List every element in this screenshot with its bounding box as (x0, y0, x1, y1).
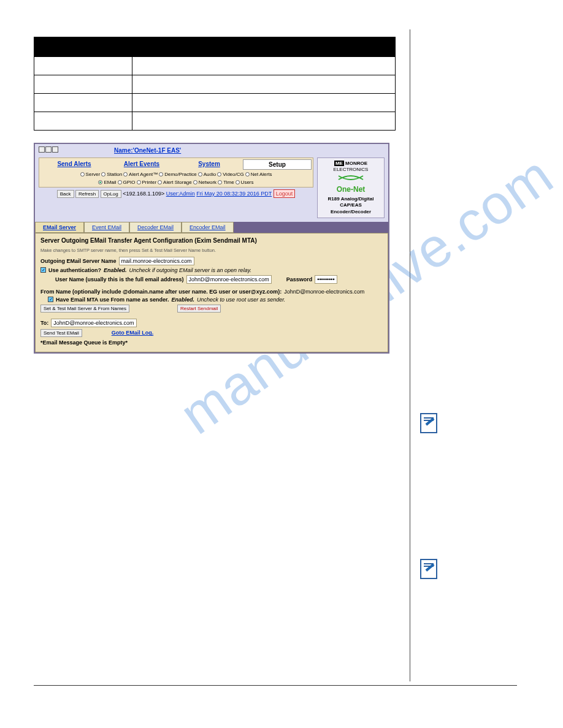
radio-label: GPIO (123, 180, 136, 185)
table-row (34, 94, 396, 112)
brand-text: MONROE (345, 161, 367, 166)
cell (132, 57, 396, 75)
refresh-button[interactable]: Refresh (75, 190, 99, 198)
radio-label: Network (199, 180, 216, 185)
use-auth-hint: Uncheck if outgoing EMail server is an o… (129, 267, 251, 273)
radio-label: Station (107, 172, 122, 177)
user-admin-link[interactable]: User:Admin (166, 191, 195, 197)
note-icon (420, 559, 437, 579)
set-test-button[interactable]: Set & Test Mail Server & From Names (40, 305, 129, 313)
radio-network[interactable]: Network (193, 180, 216, 185)
outgoing-server-input[interactable]: mail.monroe-electronics.com (119, 257, 194, 265)
me-logo-icon: ME (334, 161, 344, 166)
radio-videocg[interactable]: Video/CG (217, 172, 244, 177)
use-auth-label: Use authentication? (48, 267, 101, 273)
radio-label: Audio (204, 172, 216, 177)
tab-alert-events[interactable]: Alert Events (108, 159, 175, 170)
radio-label: Users (241, 180, 254, 185)
subtab-decoder-email[interactable]: Decoder EMail (129, 222, 182, 233)
password-label: Password (286, 276, 313, 282)
tab-setup[interactable]: Setup (243, 159, 312, 170)
spec-table-header (34, 37, 396, 57)
radio-time[interactable]: Time (218, 180, 234, 185)
cell (132, 94, 396, 112)
ip-label: <192.168.1.109> (123, 191, 164, 197)
embedded-screenshot: Name:'OneNet-1F EAS' Send Alerts Alert E… (34, 143, 389, 354)
radio-audio[interactable]: Audio (198, 172, 216, 177)
to-label: To: (40, 320, 48, 326)
username-label: User Name (usually this is the full emai… (55, 276, 184, 282)
mta-hint: Uncheck to use root user as sender. (197, 297, 285, 303)
tab-send-alerts[interactable]: Send Alerts (40, 159, 108, 170)
radio-station[interactable]: Station (101, 172, 122, 177)
radio-alert-storage[interactable]: Alert Storage (158, 180, 192, 185)
radio-label: EMail (104, 180, 116, 185)
pen-icon (426, 563, 435, 571)
radio-email[interactable]: EMail (98, 180, 116, 185)
encdec-label: Encoder/Decoder (320, 209, 381, 215)
cell (34, 112, 132, 131)
queue-status: *Email Message Queue is Empty* (40, 339, 383, 346)
radio-gpio[interactable]: GPIO (118, 180, 136, 185)
note-icon (420, 413, 437, 433)
radio-label: Alert Storage (163, 180, 192, 185)
radio-net-alerts[interactable]: Net Alerts (245, 172, 272, 177)
vertical-divider (410, 29, 410, 681)
footer-rule (34, 685, 517, 686)
back-button[interactable]: Back (57, 190, 74, 198)
outgoing-server-label: Outgoing EMail Server Name (40, 258, 117, 264)
main-tabbar: Send Alerts Alert Events System Setup Se… (39, 157, 313, 188)
spec-table (34, 37, 396, 131)
device-name-link[interactable]: Name:'OneNet-1F EAS' (114, 147, 181, 154)
mta-from-label: Have Email MTA use From name as sender. (56, 297, 169, 303)
cell (34, 94, 132, 112)
radio-label: Alert Agent™ (129, 172, 158, 177)
goto-email-log-link[interactable]: Goto EMail Log. (112, 330, 154, 336)
username-input[interactable]: JohnD@monroe-electronics.com (186, 275, 272, 284)
radio-label: Server (86, 172, 101, 177)
to-input[interactable]: JohnD@monroe-electronics.com (51, 319, 136, 327)
enabled-flag: Enabled. (104, 267, 127, 273)
onenet-logo: One-Net (320, 185, 381, 195)
cell (34, 75, 132, 94)
radio-alert-agent[interactable]: Alert Agent™ (123, 172, 158, 177)
cell (132, 112, 396, 131)
oplog-button[interactable]: OpLog (101, 190, 121, 198)
subtab-event-email[interactable]: Event EMail (84, 222, 129, 233)
config-note: Make changes to SMTP server name, then p… (40, 248, 383, 253)
cell (132, 75, 396, 94)
password-input[interactable]: ••••••••• (315, 275, 337, 284)
pen-icon (426, 417, 435, 425)
config-panel: Server Outgoing EMail Transfer Agent Con… (35, 233, 388, 352)
toolbar: Back Refresh OpLog <192.168.1.109> User:… (39, 188, 313, 200)
cell (34, 57, 132, 75)
send-test-button[interactable]: Send Test EMail (40, 329, 82, 337)
radio-users[interactable]: Users (236, 180, 254, 185)
window-controls (39, 146, 59, 154)
table-row (34, 112, 396, 131)
brand-panel: ME MONROE ELECTRONICS One-Net R189 Analo… (317, 157, 385, 218)
from-name-value: JohnD@monroe-electronics.com (284, 289, 364, 295)
table-row (34, 57, 396, 75)
radio-label: Demo/Practice (164, 172, 196, 177)
swoosh-icon (335, 173, 366, 182)
timestamp-link[interactable]: Fri May 20 08:32:39 2016 PDT (196, 191, 272, 197)
capeas-label: CAP/EAS (320, 202, 381, 208)
logout-button[interactable]: Logout (274, 189, 296, 198)
subtab-encoder-email[interactable]: Encoder EMail (182, 222, 234, 233)
radio-label: Printer (142, 180, 157, 185)
config-title: Server Outgoing EMail Transfer Agent Con… (40, 237, 383, 244)
restart-sendmail-button[interactable]: Restart Sendmail (177, 305, 221, 313)
use-auth-checkbox[interactable]: ✓ (40, 267, 46, 273)
mta-from-checkbox[interactable]: ✓ (48, 297, 53, 302)
model-label: R189 Analog/Digital (320, 196, 381, 202)
radio-server[interactable]: Server (80, 172, 101, 177)
radio-demo[interactable]: Demo/Practice (159, 172, 196, 177)
table-row (34, 75, 396, 94)
radio-label: Video/CG (223, 172, 244, 177)
subtab-email-server[interactable]: EMail Server (35, 222, 84, 233)
tab-system[interactable]: System (175, 159, 243, 170)
radio-printer[interactable]: Printer (137, 180, 157, 185)
brand-text: ELECTRONICS (320, 167, 381, 173)
radio-label: Net Alerts (251, 172, 272, 177)
